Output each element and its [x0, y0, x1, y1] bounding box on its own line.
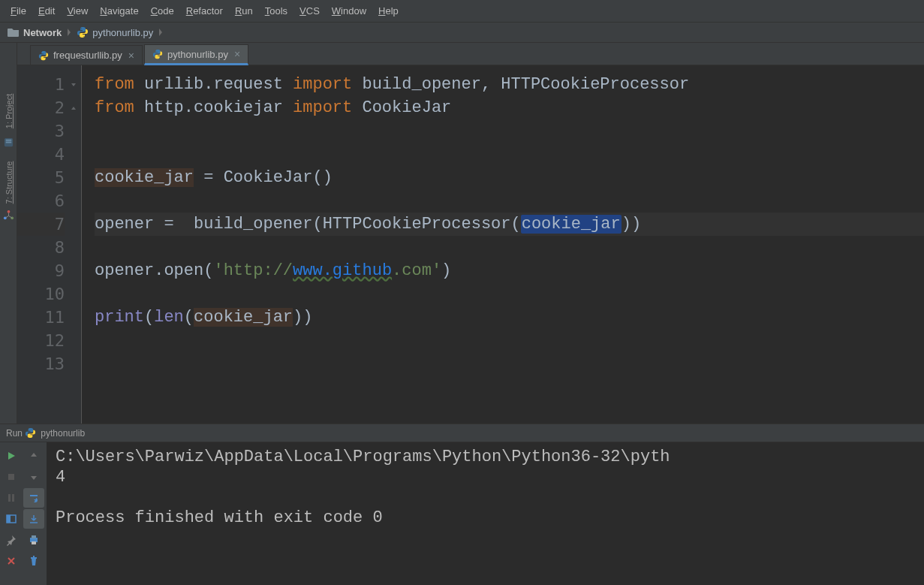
- menu-edit[interactable]: Edit: [32, 2, 61, 20]
- close-run-button[interactable]: [1, 551, 22, 571]
- menu-bar: FileEditViewNavigateCodeRefactorRunTools…: [0, 0, 924, 23]
- menu-tools[interactable]: Tools: [259, 2, 293, 20]
- left-tool-stripe: 1: Project 7: Structure: [0, 43, 17, 424]
- python-file-icon: [77, 26, 89, 38]
- code-line-4[interactable]: [95, 143, 924, 166]
- run-toolbar: [0, 442, 47, 585]
- run-label: Run: [6, 428, 23, 439]
- menu-run[interactable]: Run: [229, 2, 259, 20]
- code-editor[interactable]: 12345678910111213 from urllib.request im…: [17, 65, 924, 424]
- scroll-up-button[interactable]: [23, 446, 44, 466]
- code-line-10[interactable]: [95, 282, 924, 306]
- editor-gutter: 12345678910111213: [17, 65, 81, 424]
- chevron-right-icon: [66, 24, 72, 41]
- code-line-13[interactable]: [95, 352, 924, 375]
- tab-pythonurlib-py[interactable]: pythonurlib.py×: [144, 44, 248, 65]
- soft-wrap-button[interactable]: [23, 488, 44, 508]
- stop-button[interactable]: [1, 467, 22, 487]
- pin-button[interactable]: [1, 530, 22, 550]
- scroll-to-end-button[interactable]: [23, 509, 44, 529]
- menu-navigate[interactable]: Navigate: [94, 2, 144, 20]
- tab-label: frequesturllib.py: [53, 50, 122, 61]
- code-line-2[interactable]: from http.cookiejar import CookieJar: [95, 96, 924, 119]
- close-icon[interactable]: ×: [234, 48, 240, 60]
- rerun-button[interactable]: [1, 446, 22, 466]
- run-config-label: pythonurlib: [41, 428, 85, 439]
- code-line-3[interactable]: [95, 119, 924, 143]
- svg-rect-2: [6, 142, 12, 143]
- svg-rect-6: [8, 474, 14, 480]
- code-line-12[interactable]: [95, 329, 924, 352]
- tool-structure[interactable]: 7: Structure: [5, 145, 14, 220]
- breadcrumb-file-label: pythonurlib.py: [92, 27, 153, 38]
- code-text[interactable]: from urllib.request import build_opener,…: [81, 65, 924, 424]
- code-line-6[interactable]: [95, 189, 924, 213]
- folder-icon: [8, 27, 20, 38]
- breadcrumb-file[interactable]: pythonurlib.py: [72, 24, 158, 41]
- python-file-icon: [38, 50, 49, 61]
- structure-icon: [3, 210, 14, 221]
- chevron-right-icon: [158, 24, 164, 41]
- svg-rect-13: [32, 541, 36, 544]
- breadcrumb-folder[interactable]: Network: [3, 24, 66, 41]
- code-line-11[interactable]: print(len(cookie_jar)): [95, 306, 924, 329]
- svg-rect-10: [7, 515, 11, 523]
- python-file-icon: [25, 427, 36, 439]
- code-line-5[interactable]: cookie_jar = CookieJar(): [95, 166, 924, 189]
- run-tool-window: Run pythonurlib: [0, 424, 924, 585]
- code-line-7[interactable]: opener = build_opener(HTTPCookieProcesso…: [95, 213, 924, 236]
- code-line-9[interactable]: opener.open('http://www.github.com'): [95, 259, 924, 282]
- code-line-8[interactable]: [95, 236, 924, 259]
- clear-all-button[interactable]: [23, 551, 44, 571]
- menu-help[interactable]: Help: [372, 2, 405, 20]
- menu-refactor[interactable]: Refactor: [180, 2, 229, 20]
- pause-button[interactable]: [1, 488, 22, 508]
- menu-file[interactable]: File: [5, 2, 32, 20]
- menu-view[interactable]: View: [61, 2, 94, 20]
- menu-code[interactable]: Code: [145, 2, 180, 20]
- menu-vcs[interactable]: VCS: [293, 2, 326, 20]
- python-file-icon: [152, 49, 163, 59]
- svg-rect-1: [6, 140, 12, 141]
- scroll-down-button[interactable]: [23, 467, 44, 487]
- editor-tabs: frequesturllib.py×pythonurlib.py×: [0, 43, 924, 65]
- run-console-output[interactable]: C:\Users\Parwiz\AppData\Local\Programs\P…: [47, 442, 924, 585]
- svg-rect-12: [32, 535, 36, 538]
- print-button[interactable]: [23, 530, 44, 550]
- svg-rect-8: [12, 494, 14, 502]
- run-header[interactable]: Run pythonurlib: [0, 424, 924, 442]
- breadcrumb-bar: Network pythonurlib.py: [0, 23, 924, 43]
- code-line-1[interactable]: from urllib.request import build_opener,…: [95, 73, 924, 96]
- layout-button[interactable]: [1, 509, 22, 529]
- close-icon[interactable]: ×: [128, 50, 134, 62]
- tab-frequesturllib-py[interactable]: frequesturllib.py×: [30, 45, 143, 65]
- svg-rect-7: [8, 494, 11, 502]
- tab-label: pythonurlib.py: [167, 49, 228, 60]
- breadcrumb-folder-label: Network: [23, 27, 62, 38]
- menu-window[interactable]: Window: [326, 2, 372, 20]
- svg-point-3: [8, 210, 11, 213]
